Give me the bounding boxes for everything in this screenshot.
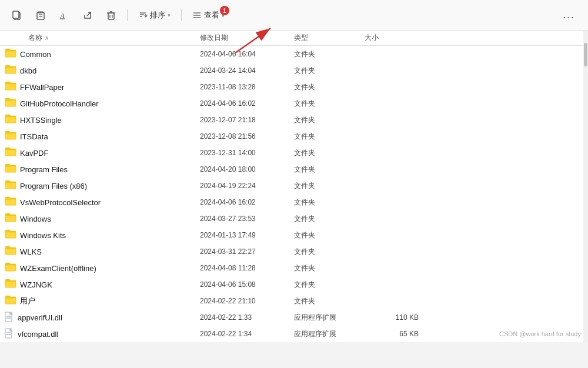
toolbar-divider-1: [127, 9, 128, 21]
file-type: 文件夹: [294, 280, 365, 290]
folder-icon: [5, 65, 16, 76]
svg-rect-25: [5, 117, 16, 123]
list-item[interactable]: dkbd 2024-03-24 14:04 文件夹: [0, 62, 588, 79]
list-item[interactable]: Program Files 2024-04-20 18:00 文件夹: [0, 161, 588, 178]
folder-icon: [5, 180, 16, 192]
svg-line-8: [87, 12, 91, 16]
file-type: 文件夹: [294, 115, 365, 125]
file-name: VsWebProtocolSelector: [20, 198, 101, 207]
file-type: 文件夹: [294, 263, 365, 273]
file-name: WZJNGK: [20, 280, 52, 289]
file-explorer: 名称 ∧ 修改日期 类型 大小 Common 2024-04-06 16:04 …: [0, 31, 588, 342]
list-item[interactable]: Common 2024-04-06 16:04 文件夹: [0, 46, 588, 62]
folder-icon: [5, 279, 16, 290]
file-name-cell: vfcompat.dll: [0, 328, 200, 340]
file-name: dkbd: [20, 66, 36, 75]
dll-file-icon: [5, 328, 14, 340]
list-item[interactable]: ITSData 2023-12-08 21:56 文件夹: [0, 128, 588, 145]
dll-file-icon: [5, 312, 14, 324]
svg-rect-32: [5, 232, 16, 238]
list-item[interactable]: WZExamClient(offline) 2024-04-08 11:28 文…: [0, 260, 588, 276]
folder-icon: [5, 262, 16, 274]
list-item[interactable]: FFWallPaper 2023-11-08 13:28 文件夹: [0, 79, 588, 95]
file-name-cell: Program Files (x86): [0, 180, 200, 192]
folder-icon: [5, 213, 16, 225]
view-button[interactable]: 查看 ▾ 1: [188, 7, 229, 24]
file-date: 2024-04-06 15:08: [200, 280, 294, 289]
list-item[interactable]: appverifUI.dll 2024-02-22 1:33 应用程序扩展 11…: [0, 309, 588, 326]
svg-rect-28: [5, 166, 16, 172]
scrollbar[interactable]: [583, 31, 588, 342]
folder-icon: [5, 147, 16, 159]
svg-rect-36: [5, 298, 16, 304]
rename-button[interactable]: A: [54, 5, 74, 25]
clipboard-button[interactable]: [31, 5, 51, 25]
svg-rect-24: [5, 101, 16, 106]
folder-icon: [5, 131, 16, 142]
file-name: ITSData: [20, 132, 48, 141]
list-item[interactable]: WZJNGK 2024-04-06 15:08 文件夹: [0, 276, 588, 293]
svg-rect-21: [5, 51, 16, 57]
file-date: 2024-04-20 18:00: [200, 165, 294, 173]
file-date: 2024-03-31 22:27: [200, 247, 294, 256]
toolbar-divider-2: [181, 9, 182, 21]
file-name-cell: dkbd: [0, 65, 200, 76]
file-type: 文件夹: [294, 148, 365, 158]
list-item[interactable]: GitHubProtocolHandler 2024-04-06 16:02 文…: [0, 95, 588, 112]
file-type: 文件夹: [294, 66, 365, 76]
list-item[interactable]: 用户 2024-02-22 21:10 文件夹: [0, 293, 588, 309]
list-item[interactable]: HXTSSingle 2023-12-07 21:18 文件夹: [0, 112, 588, 128]
file-name: GitHubProtocolHandler: [20, 99, 99, 108]
list-item[interactable]: Windows 2024-03-27 23:53 文件夹: [0, 210, 588, 227]
file-date: 2024-03-24 14:04: [200, 66, 294, 75]
file-date: 2024-04-06 16:04: [200, 50, 294, 58]
copy-path-button[interactable]: [7, 5, 27, 25]
view-label: 查看: [204, 10, 219, 21]
list-item[interactable]: VsWebProtocolSelector 2024-04-06 16:02 文…: [0, 194, 588, 210]
folder-icon: [5, 246, 16, 257]
file-date: 2024-04-06 16:02: [200, 99, 294, 108]
file-list: Common 2024-04-06 16:04 文件夹 dkbd 2024-03…: [0, 46, 588, 342]
scrollbar-thumb[interactable]: [584, 43, 587, 66]
list-item[interactable]: Windows Kits 2024-01-13 17:49 文件夹: [0, 227, 588, 243]
file-name-cell: KavPDF: [0, 147, 200, 159]
list-item[interactable]: KavPDF 2023-12-31 14:00 文件夹: [0, 145, 588, 161]
list-item[interactable]: WLKS 2024-03-31 22:27 文件夹: [0, 243, 588, 260]
file-name: appverifUI.dll: [18, 313, 62, 322]
file-name-cell: Common: [0, 48, 200, 60]
file-date: 2023-12-08 21:56: [200, 132, 294, 140]
file-date: 2024-04-06 16:02: [200, 198, 294, 206]
file-name: FFWallPaper: [20, 83, 64, 92]
file-name-cell: FFWallPaper: [0, 81, 200, 93]
file-type: 文件夹: [294, 132, 365, 142]
col-date-header: 修改日期: [200, 33, 294, 43]
col-name-header[interactable]: 名称 ∧: [0, 33, 200, 43]
col-size-header: 大小: [365, 33, 423, 43]
file-date: 2024-04-08 11:28: [200, 264, 294, 272]
watermark: CSDN @work hard for study: [499, 330, 581, 337]
share-button[interactable]: [78, 5, 98, 25]
file-name-cell: Program Files: [0, 163, 200, 175]
sort-button[interactable]: 排序 ▾: [133, 7, 175, 24]
file-name-cell: Windows Kits: [0, 229, 200, 241]
svg-rect-33: [5, 249, 16, 255]
folder-icon: [5, 196, 16, 208]
svg-rect-26: [5, 133, 16, 139]
file-name: WZExamClient(offline): [20, 264, 96, 273]
list-item[interactable]: Program Files (x86) 2024-04-19 22:24 文件夹: [0, 178, 588, 194]
file-name: Program Files (x86): [20, 182, 87, 190]
file-name: 用户: [20, 296, 35, 306]
svg-rect-35: [5, 282, 16, 287]
col-type-header: 类型: [294, 33, 365, 43]
file-name-cell: WLKS: [0, 246, 200, 257]
file-name: vfcompat.dll: [18, 330, 58, 339]
file-date: 2024-01-13 17:49: [200, 231, 294, 239]
sort-chevron-icon: ▾: [168, 12, 171, 18]
file-type: 应用程序扩展: [294, 329, 365, 339]
file-type: 文件夹: [294, 165, 365, 175]
file-type: 应用程序扩展: [294, 313, 365, 323]
file-name-cell: HXTSSingle: [0, 114, 200, 126]
delete-button[interactable]: [101, 5, 121, 25]
folder-icon: [5, 295, 16, 307]
more-options-button[interactable]: ...: [557, 6, 581, 24]
